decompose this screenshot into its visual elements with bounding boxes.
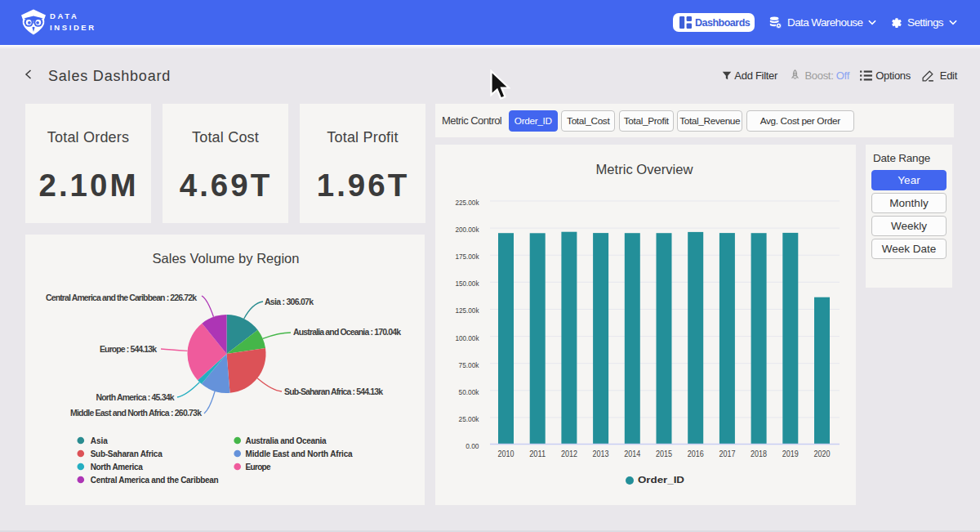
svg-text:200.00k: 200.00k bbox=[455, 225, 479, 234]
svg-text:North America : 45.34k: North America : 45.34k bbox=[96, 392, 175, 402]
svg-text:Australia and Oceania : 170.04: Australia and Oceania : 170.04k bbox=[293, 327, 401, 337]
svg-text:50.00k: 50.00k bbox=[459, 387, 479, 396]
svg-text:Europe: Europe bbox=[246, 463, 271, 472]
svg-text:Asia: Asia bbox=[91, 436, 108, 445]
svg-text:Australia and Oceania: Australia and Oceania bbox=[246, 436, 327, 445]
svg-text:125.00k: 125.00k bbox=[455, 306, 479, 315]
svg-text:Sales Volume by Region: Sales Volume by Region bbox=[153, 251, 300, 266]
svg-text:2020: 2020 bbox=[814, 449, 831, 458]
svg-text:2018: 2018 bbox=[751, 449, 767, 458]
svg-text:2011: 2011 bbox=[529, 449, 546, 458]
svg-text:2010: 2010 bbox=[498, 449, 514, 458]
svg-text:Sub-Saharan Africa : 544.13k: Sub-Saharan Africa : 544.13k bbox=[284, 387, 383, 396]
svg-text:North America: North America bbox=[91, 463, 143, 472]
svg-text:150.00k: 150.00k bbox=[455, 279, 479, 288]
svg-text:Middle East and North Africa :: Middle East and North Africa : 260.73k bbox=[70, 408, 202, 418]
svg-text:2017: 2017 bbox=[719, 449, 735, 458]
svg-text:25.00k: 25.00k bbox=[459, 414, 479, 423]
svg-text:Sub-Saharan Africa: Sub-Saharan Africa bbox=[91, 449, 163, 458]
svg-text:Middle East and North Africa: Middle East and North Africa bbox=[246, 449, 353, 458]
svg-text:Europe : 544.13k: Europe : 544.13k bbox=[100, 344, 157, 354]
svg-text:175.00k: 175.00k bbox=[455, 252, 479, 261]
svg-text:2014: 2014 bbox=[624, 449, 640, 458]
svg-text:Central America and the Caribb: Central America and the Caribbean bbox=[91, 476, 219, 485]
svg-text:2019: 2019 bbox=[782, 449, 799, 458]
svg-text:100.00k: 100.00k bbox=[455, 333, 479, 342]
svg-text:Order_ID: Order_ID bbox=[638, 475, 684, 485]
svg-text:2016: 2016 bbox=[688, 449, 704, 458]
svg-text:Central America and the Caribb: Central America and the Caribbean : 226.… bbox=[46, 293, 197, 302]
svg-text:2012: 2012 bbox=[561, 449, 577, 458]
svg-text:0.00: 0.00 bbox=[466, 441, 479, 450]
svg-text:75.00k: 75.00k bbox=[459, 360, 479, 369]
svg-text:Asia : 306.07k: Asia : 306.07k bbox=[265, 297, 314, 306]
svg-text:2015: 2015 bbox=[656, 449, 672, 458]
svg-text:225.00k: 225.00k bbox=[455, 198, 479, 207]
svg-text:Metric Overview: Metric Overview bbox=[596, 162, 693, 177]
svg-text:2013: 2013 bbox=[593, 449, 609, 458]
